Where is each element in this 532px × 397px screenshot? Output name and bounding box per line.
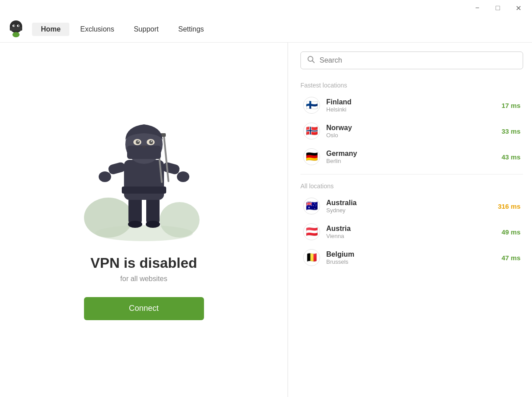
svg-point-32 [142,145,146,148]
titlebar: − □ ✕ [0,0,532,16]
flag-icon: 🇧🇪 [303,249,320,266]
svg-rect-15 [122,187,166,194]
location-country: Norway [326,124,501,132]
maximize-icon: □ [496,4,500,12]
navbar: Home Exclusions Support Settings [0,16,532,43]
location-item[interactable]: 🇧🇪 Belgium Brussels 47 ms [300,245,523,270]
vpn-status-subtitle: for all websites [120,275,168,283]
svg-rect-18 [161,161,180,175]
flag-icon: 🇩🇪 [303,148,320,165]
svg-point-31 [151,140,152,142]
svg-point-4 [18,25,20,26]
location-ping: 17 ms [501,102,520,109]
location-ping: 49 ms [501,228,520,236]
flag-icon: 🇦🇺 [303,198,320,214]
svg-point-28 [136,140,140,144]
location-country: Australia [326,199,498,207]
main-content: VPN is disabled for all websites Connect… [0,43,532,397]
svg-point-12 [128,221,142,228]
svg-point-9 [95,225,193,241]
location-ping: 43 ms [501,153,520,161]
location-item[interactable]: 🇫🇮 Finland Helsinki 17 ms [300,92,523,118]
location-ping: 33 ms [501,127,520,135]
fastest-section-label: Fastest locations [300,82,523,89]
location-city: Brussels [326,258,501,265]
vpn-status-title: VPN is disabled [90,255,197,271]
location-country: Austria [326,225,501,233]
right-panel: Fastest locations 🇫🇮 Finland Helsinki 17… [288,43,532,397]
location-item[interactable]: 🇩🇪 Germany Berlin 43 ms [300,144,523,170]
left-panel: VPN is disabled for all websites Connect [0,43,288,397]
flag-icon: 🇳🇴 [303,123,320,139]
location-ping: 316 ms [498,202,520,210]
nav-settings[interactable]: Settings [169,23,213,36]
svg-rect-16 [107,161,126,175]
svg-rect-14 [124,160,164,200]
fastest-locations-list: 🇫🇮 Finland Helsinki 17 ms 🇳🇴 Norway Oslo… [300,92,523,170]
location-city: Sydney [326,207,498,214]
search-input[interactable] [320,56,516,64]
svg-point-17 [99,171,111,182]
nav-exclusions[interactable]: Exclusions [71,23,123,36]
maximize-button[interactable]: □ [488,0,508,16]
location-country: Finland [326,98,501,106]
location-city: Vienna [326,233,501,239]
svg-point-30 [137,140,139,142]
location-city: Oslo [326,132,501,139]
location-city: Helsinki [326,106,501,113]
svg-point-13 [146,221,160,228]
svg-rect-5 [10,27,22,31]
close-button[interactable]: ✕ [508,0,528,16]
svg-point-29 [149,140,153,144]
search-box[interactable] [300,52,523,69]
location-ping: 47 ms [501,254,520,262]
minimize-button[interactable]: − [467,0,488,16]
svg-line-21 [164,137,168,181]
location-country: Belgium [326,250,501,258]
location-item[interactable]: 🇳🇴 Norway Oslo 33 ms [300,118,523,144]
app-logo [5,19,27,40]
svg-point-3 [14,25,15,26]
close-icon: ✕ [516,4,521,12]
svg-point-19 [177,171,189,182]
ninja-illustration [82,102,206,244]
minimize-icon: − [475,4,479,12]
flag-icon: 🇦🇹 [303,223,320,240]
search-icon [307,56,315,65]
all-locations-list: 🇦🇺 Australia Sydney 316 ms 🇦🇹 Austria Vi… [300,193,523,270]
svg-point-0 [10,20,22,33]
location-city: Berlin [326,158,501,164]
location-item[interactable]: 🇦🇺 Australia Sydney 316 ms [300,193,523,219]
nav-menu: Home Exclusions Support Settings [32,16,213,42]
svg-line-34 [312,61,315,63]
location-country: Germany [326,150,501,158]
location-item[interactable]: 🇦🇹 Austria Vienna 49 ms [300,219,523,245]
connect-button[interactable]: Connect [84,297,204,320]
nav-home[interactable]: Home [32,23,69,36]
all-section-label: All locations [300,183,523,190]
nav-support[interactable]: Support [125,23,168,36]
section-divider [300,174,523,175]
flag-icon: 🇫🇮 [303,97,320,114]
